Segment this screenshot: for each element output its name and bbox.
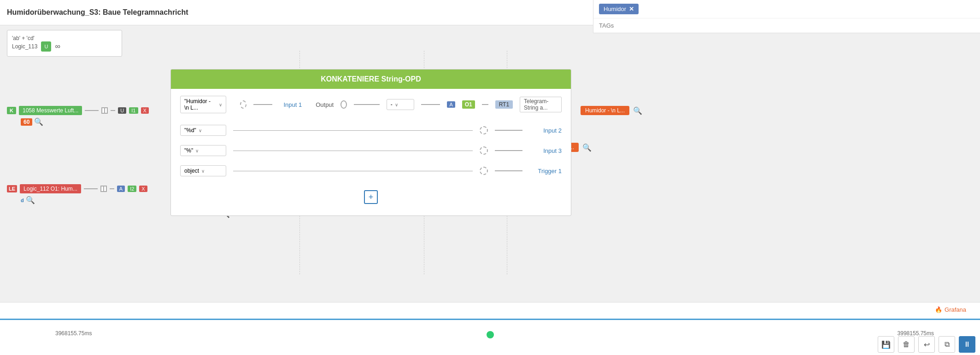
- timeline-label-left: 3968155.75ms: [55, 330, 92, 337]
- add-button-row: +: [180, 186, 562, 209]
- output-dropdown[interactable]: - ∨: [387, 99, 414, 110]
- le-badge: LE: [7, 185, 17, 192]
- dashed-circle-1: [240, 100, 246, 109]
- magnify-icon-right-1[interactable]: 🔍: [633, 106, 642, 115]
- timeline-area: 🔥 Grafana 3968155.75ms 3998155.75ms 💾 🗑 …: [0, 302, 980, 355]
- dashed-circle-2: [480, 126, 488, 134]
- x-badge-2: X: [139, 186, 147, 192]
- connector-double-2: [100, 186, 107, 192]
- grafana-text: Grafana: [945, 306, 966, 313]
- telegram-label: Telegram-String a...: [520, 97, 562, 112]
- grafana-icon: 🔥: [935, 306, 942, 313]
- logic-name: Logic_113: [12, 43, 37, 50]
- a-badge: A: [117, 186, 125, 192]
- tags-search-area[interactable]: [593, 18, 980, 33]
- pause-button[interactable]: ⏸: [959, 336, 975, 353]
- logic-footer: Logic_113 U ∞: [12, 41, 117, 52]
- konkat-body: "Humidor - \n L... ∨ Input 1 Output - ∨ …: [171, 89, 571, 215]
- h-line-t1: [233, 171, 473, 171]
- timeline-bar[interactable]: [0, 319, 980, 320]
- output-dropdown-label: -: [391, 101, 393, 108]
- value-badge-60-1: 60: [21, 118, 32, 126]
- solid-circle-out: [340, 100, 347, 109]
- input-label-3: Input 3: [529, 147, 562, 154]
- dashed-circle-t1: [480, 167, 488, 175]
- h-line-2: [233, 130, 473, 131]
- tag-chip-humidor[interactable]: Humidor ✕: [599, 4, 639, 14]
- dropdown-caret-2: ∨: [199, 128, 202, 133]
- i1-badge: I1: [129, 107, 138, 114]
- i2-badge: I2: [128, 186, 136, 192]
- input1-dropdown[interactable]: "Humidor - \n L... ∨: [180, 96, 226, 113]
- input2-dropdown[interactable]: "%d" ∨: [180, 125, 226, 136]
- right-output-1: Humidor - \n L... 🔍: [581, 106, 642, 115]
- close-icon[interactable]: ✕: [629, 6, 634, 12]
- input-node-le: LE Logic_112 O1: Hum... A I2 X d 🔍: [7, 184, 147, 204]
- add-input-button[interactable]: +: [364, 190, 378, 204]
- input-row-1: "Humidor - \n L... ∨ Input 1 Output - ∨ …: [180, 96, 562, 113]
- konkat-block: KONKATENIERE String-OPD "Humidor - \n L.…: [170, 69, 571, 216]
- undo-button[interactable]: ↩: [918, 336, 935, 353]
- h-line-3: [233, 151, 473, 151]
- title-block: Humidorüberwachung_S3: Baue Telegramnach…: [7, 8, 188, 17]
- magnify-icon-right-2[interactable]: 🔍: [582, 143, 592, 152]
- humidor-badge-1: Humidor - \n L...: [581, 106, 629, 115]
- tag-chips-row: Humidor ✕: [593, 0, 980, 18]
- input3-dropdown[interactable]: "%" ∨: [180, 145, 226, 156]
- bottom-toolbar: 💾 🗑 ↩ ⧉ ⏸: [878, 336, 975, 353]
- dashed-circle-3: [480, 146, 488, 155]
- dropdown-caret-3: ∨: [195, 148, 199, 153]
- input-row-2: "%d" ∨ Input 2: [180, 125, 562, 136]
- output-a-badge: A: [447, 101, 455, 108]
- timeline-marker[interactable]: [487, 331, 494, 338]
- save-button[interactable]: 💾: [878, 336, 894, 353]
- logic-block: 'ab' + 'cd' Logic_113 U ∞: [7, 30, 122, 57]
- le-sub-d: d: [21, 198, 24, 203]
- tag-area: Humidor ✕: [593, 0, 980, 33]
- magnify-icon-le[interactable]: 🔍: [26, 196, 35, 204]
- page-title: Humidorüberwachung_S3: Baue Telegramnach…: [7, 8, 188, 17]
- input2-dropdown-label: "%d": [184, 127, 196, 134]
- infinity-icon: ∞: [55, 42, 60, 51]
- input-node-k: K 1058 Messwerte Luft... U I1 X 60 🔍: [7, 106, 149, 126]
- trigger-label-1: Trigger 1: [529, 168, 562, 175]
- input1-dropdown-label: "Humidor - \n L...: [184, 98, 217, 111]
- connector-double: [101, 107, 108, 114]
- konkat-header: KONKATENIERE String-OPD: [171, 70, 571, 89]
- x-badge-1: X: [141, 107, 149, 114]
- trigger1-dropdown-label: object: [184, 168, 199, 174]
- input-row-3: "%" ∨ Input 3: [180, 145, 562, 156]
- logic-icon: U: [41, 41, 51, 52]
- input-label-1: Input 1: [279, 101, 302, 108]
- input-label-2: Input 2: [529, 127, 562, 134]
- dropdown-caret-t1: ∨: [201, 169, 205, 174]
- timeline-label-right: 3998155.75ms: [898, 330, 934, 337]
- k-badge: K: [7, 107, 16, 114]
- diagram-area: 'ab' + 'cd' Logic_113 U ∞ K 1058 Messwer…: [0, 25, 980, 327]
- trigger1-dropdown[interactable]: object ∨: [180, 165, 226, 176]
- u-badge: U: [118, 107, 126, 114]
- magnify-icon-1[interactable]: 🔍: [34, 117, 43, 126]
- trigger-row-1: object ∨ Trigger 1: [180, 165, 562, 176]
- output-label: Output: [316, 101, 334, 108]
- copy-button[interactable]: ⧉: [939, 336, 955, 353]
- o1-badge: O1: [462, 100, 475, 109]
- grafana-label[interactable]: 🔥 Grafana: [935, 306, 966, 313]
- tag-chip-label: Humidor: [604, 6, 626, 12]
- rt1-badge: RT1: [495, 100, 513, 109]
- tags-search-input[interactable]: [599, 22, 974, 29]
- input3-dropdown-label: "%": [184, 147, 193, 154]
- node-k-label: 1058 Messwerte Luft...: [19, 106, 82, 115]
- logic-subtitle: 'ab' + 'cd': [12, 35, 117, 41]
- dropdown-caret-1: ∨: [219, 102, 222, 107]
- node-le-label: Logic_112 O1: Hum...: [20, 184, 81, 193]
- dropdown-caret-out: ∨: [395, 102, 398, 107]
- delete-button[interactable]: 🗑: [898, 336, 915, 353]
